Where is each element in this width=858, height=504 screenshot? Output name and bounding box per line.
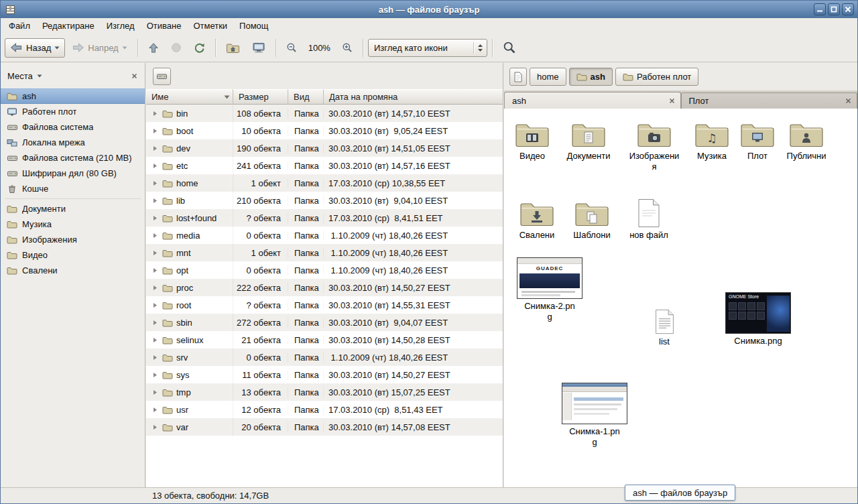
menu-item[interactable]: Редактиране: [36, 19, 101, 33]
expander-icon[interactable]: [152, 389, 159, 395]
tree-row[interactable]: dev 190 обекта Папка 30.03.2010 (вт) 14,…: [146, 139, 503, 157]
tree-row[interactable]: home 1 обект Папка 17.03.2010 (ср) 10,38…: [146, 174, 503, 192]
menu-item[interactable]: Файл: [3, 19, 36, 33]
zoom-out-button[interactable]: [281, 38, 302, 58]
path-button[interactable]: Работен плот: [615, 68, 698, 86]
expander-icon[interactable]: [152, 302, 159, 308]
file-icon-item[interactable]: list: [637, 304, 691, 347]
tree-row[interactable]: selinux 21 обекта Папка 30.03.2010 (вт) …: [146, 331, 503, 349]
reload-button[interactable]: [188, 38, 210, 58]
tree-row[interactable]: lost+found ? обекта Папка 17.03.2010 (ср…: [146, 209, 503, 227]
pathbar-edit-button[interactable]: [509, 68, 527, 86]
tree-row[interactable]: media 0 обекта Папка 1.10.2009 (чт) 18,4…: [146, 227, 503, 244]
expander-icon[interactable]: [152, 372, 159, 378]
file-icon-item[interactable]: GUADEC Снимка-2.png: [516, 257, 583, 323]
window-menu-icon[interactable]: [5, 5, 15, 15]
icon-view[interactable]: Видео Документи Изображения ♫ Музика: [504, 109, 857, 487]
tree-row[interactable]: sbin 272 обекта Папка 30.03.2010 (вт) 9,…: [146, 314, 503, 331]
search-button[interactable]: [497, 38, 522, 58]
sidebar-place-item[interactable]: Кошче: [1, 181, 145, 196]
home-button[interactable]: [221, 38, 245, 58]
tree-row[interactable]: var 20 обекта Папка 30.03.2010 (вт) 14,5…: [146, 418, 503, 436]
expander-icon[interactable]: [152, 407, 159, 413]
column-header[interactable]: Вид: [288, 89, 324, 105]
view-mode-select[interactable]: Изглед като икони: [368, 39, 487, 57]
tree-row[interactable]: lib 210 обекта Папка 30.03.2010 (вт) 9,0…: [146, 192, 503, 209]
expander-icon[interactable]: [152, 215, 159, 221]
maximize-button[interactable]: [828, 3, 840, 15]
expander-icon[interactable]: [152, 267, 159, 273]
file-icon-item[interactable]: нов файл: [622, 197, 676, 241]
sidebar-place-item[interactable]: Шифриран дял (80 GB): [1, 166, 145, 181]
path-button[interactable]: ash: [569, 68, 613, 86]
tree-row[interactable]: srv 0 обекта Папка 1.10.2009 (чт) 18,40,…: [146, 349, 503, 366]
back-button[interactable]: Назад: [5, 38, 65, 58]
tree-row[interactable]: opt 0 обекта Папка 1.10.2009 (чт) 18,40,…: [146, 261, 503, 279]
expander-icon[interactable]: [152, 145, 159, 151]
tree-row[interactable]: proc 222 обекта Папка 30.03.2010 (вт) 14…: [146, 279, 503, 296]
computer-button[interactable]: [247, 38, 271, 58]
file-icon-item[interactable]: Снимка-1.png: [561, 383, 628, 448]
taskbar-window-button[interactable]: ash — файлов браузър: [625, 485, 735, 501]
expander-icon[interactable]: [152, 233, 159, 239]
sidebar-bookmark-item[interactable]: Документи: [1, 201, 145, 216]
expander-icon[interactable]: [152, 355, 159, 361]
menu-item[interactable]: Отметки: [187, 19, 233, 33]
tab[interactable]: Плот: [681, 92, 858, 109]
file-icon-item[interactable]: Шаблони: [565, 197, 619, 241]
sidebar-dropdown-icon[interactable]: [37, 74, 42, 78]
close-button[interactable]: [842, 3, 854, 15]
expander-icon[interactable]: [152, 250, 159, 256]
sidebar-bookmark-item[interactable]: Изображения: [1, 232, 145, 247]
sidebar-place-item[interactable]: Работен плот: [1, 104, 145, 119]
sidebar-bookmark-item[interactable]: Видео: [1, 247, 145, 263]
file-icon-item[interactable]: Видео: [505, 118, 559, 162]
stop-button[interactable]: [166, 38, 187, 58]
titlebar[interactable]: ash — файлов браузър: [1, 1, 857, 18]
file-icon-item[interactable]: Изображения: [627, 118, 681, 173]
tab-close-icon[interactable]: [845, 97, 852, 105]
tab-close-icon[interactable]: [668, 97, 676, 105]
sidebar-place-item[interactable]: ash: [1, 88, 145, 104]
expander-icon[interactable]: [152, 285, 159, 291]
sidebar-bookmark-item[interactable]: Музика: [1, 216, 145, 232]
file-icon-item[interactable]: Публични: [780, 118, 833, 162]
file-icon-item[interactable]: Плот: [731, 118, 784, 162]
expander-icon[interactable]: [152, 128, 159, 134]
path-button[interactable]: home: [530, 68, 566, 86]
root-location-button[interactable]: [153, 68, 171, 85]
combo-arrows-icon[interactable]: [477, 44, 483, 52]
back-dropdown-icon[interactable]: [54, 46, 60, 50]
tree-row[interactable]: boot 10 обекта Папка 30.03.2010 (вт) 9,0…: [146, 122, 503, 139]
sidebar-place-item[interactable]: Локална мрежа: [1, 135, 145, 150]
expander-icon[interactable]: [152, 424, 159, 430]
up-button[interactable]: [143, 38, 164, 58]
file-icon-item[interactable]: Свалени: [510, 197, 564, 241]
menu-item[interactable]: Отиване: [141, 19, 188, 33]
file-icon-item[interactable]: Документи: [562, 118, 615, 162]
minimize-button[interactable]: [814, 3, 826, 15]
expander-icon[interactable]: [152, 337, 159, 343]
tree-row[interactable]: bin 108 обекта Папка 30.03.2010 (вт) 14,…: [146, 105, 503, 122]
forward-button[interactable]: Напред: [66, 38, 132, 58]
tree-row[interactable]: etc 241 обекта Папка 30.03.2010 (вт) 14,…: [146, 157, 503, 174]
column-header[interactable]: Размер: [233, 89, 288, 105]
tree-row[interactable]: usr 12 обекта Папка 17.03.2010 (ср) 8,51…: [146, 401, 503, 418]
sidebar-bookmark-item[interactable]: Свалени: [1, 263, 145, 278]
tree-row[interactable]: mnt 1 обект Папка 1.10.2009 (чт) 18,40,2…: [146, 244, 503, 261]
zoom-in-button[interactable]: [336, 38, 358, 58]
column-header[interactable]: Име: [146, 89, 233, 105]
menu-item[interactable]: Помощ: [233, 19, 274, 33]
file-icon-item[interactable]: GNOME Store Снимка.png: [725, 292, 792, 346]
tree-row[interactable]: root ? обекта Папка 30.03.2010 (вт) 14,5…: [146, 296, 503, 314]
expander-icon[interactable]: [152, 111, 159, 117]
sidebar-close-icon[interactable]: [130, 72, 139, 80]
expander-icon[interactable]: [152, 163, 159, 169]
tab[interactable]: ash: [504, 92, 681, 109]
sidebar-place-item[interactable]: Файлова система: [1, 119, 145, 135]
tree-row[interactable]: sys 11 обекта Папка 30.03.2010 (вт) 14,5…: [146, 366, 503, 383]
expander-icon[interactable]: [152, 320, 159, 326]
expander-icon[interactable]: [152, 198, 159, 204]
expander-icon[interactable]: [152, 180, 159, 186]
menu-item[interactable]: Изглед: [101, 19, 141, 33]
